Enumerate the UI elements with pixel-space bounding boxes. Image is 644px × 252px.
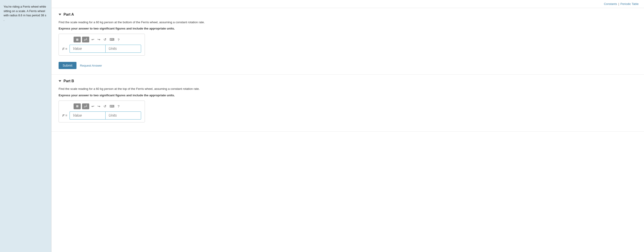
- part-a-instruction: Express your answer to two significant f…: [58, 27, 637, 30]
- part-a-mu-icon: μÅ: [84, 38, 88, 41]
- part-a-input-label: F =: [62, 47, 67, 51]
- part-b-units-input[interactable]: [105, 111, 141, 120]
- part-a-keyboard-icon[interactable]: ⌨: [109, 37, 116, 42]
- part-b-answer-container: ⊞ μÅ ↩ ↪ ↺ ⌨ ? F =: [58, 101, 145, 122]
- part-a-description: Find the scale reading for a 60 kg perso…: [58, 20, 637, 24]
- part-a-undo-icon[interactable]: ↩: [90, 37, 95, 42]
- part-b-header: Part B: [58, 79, 637, 83]
- part-b-instruction: Express your answer to two significant f…: [58, 94, 637, 97]
- part-a-title: Part A: [64, 12, 74, 16]
- part-b-input-row: F =: [62, 111, 141, 120]
- part-b-section: Part B Find the scale reading for a 60 k…: [52, 75, 644, 131]
- part-b-keyboard-icon[interactable]: ⌨: [109, 104, 116, 109]
- part-a-redo-icon[interactable]: ↪: [96, 37, 101, 42]
- part-a-grid-button[interactable]: ⊞: [74, 37, 81, 42]
- problem-description: You're riding a Ferris wheel while sitti…: [4, 5, 46, 21]
- part-a-help-icon[interactable]: ?: [117, 37, 120, 42]
- part-b-mu-icon: μÅ: [84, 105, 88, 108]
- part-a-chevron[interactable]: [58, 14, 61, 15]
- part-b-help-icon[interactable]: ?: [117, 104, 120, 109]
- part-b-grid-icon: ⊞: [76, 105, 78, 108]
- sidebar: You're riding a Ferris wheel while sitti…: [0, 0, 52, 252]
- part-a-refresh-icon[interactable]: ↺: [103, 37, 107, 42]
- part-a-toolbar: ⊞ μÅ ↩ ↪ ↺ ⌨ ?: [62, 37, 141, 42]
- part-b-toolbar: ⊞ μÅ ↩ ↪ ↺ ⌨ ?: [62, 103, 141, 109]
- part-a-answer-container: ⊞ μÅ ↩ ↪ ↺ ⌨ ? F =: [58, 34, 145, 56]
- part-a-submit-button[interactable]: Submit: [58, 62, 76, 69]
- part-b-chevron[interactable]: [58, 80, 61, 82]
- part-b-description: Find the scale reading for a 60 kg perso…: [58, 87, 637, 91]
- part-a-grid-icon: ⊞: [76, 38, 78, 41]
- periodic-table-link[interactable]: Periodic Table: [620, 2, 639, 5]
- part-b-value-input[interactable]: [70, 111, 105, 120]
- part-b-title: Part B: [64, 79, 74, 83]
- part-a-header: Part A: [58, 12, 637, 16]
- part-a-mu-button[interactable]: μÅ: [82, 37, 89, 42]
- constants-link[interactable]: Constants: [604, 2, 617, 5]
- part-b-input-label: F =: [62, 113, 67, 117]
- part-b-undo-icon[interactable]: ↩: [90, 104, 95, 109]
- topbar-separator: |: [618, 2, 619, 5]
- part-a-section: Part A Find the scale reading for a 60 k…: [52, 8, 644, 75]
- part-b-redo-icon[interactable]: ↪: [96, 104, 101, 109]
- part-a-input-row: F =: [62, 45, 141, 53]
- topbar: Constants | Periodic Table: [52, 0, 644, 8]
- part-a-units-input[interactable]: [105, 45, 141, 53]
- main-content: Constants | Periodic Table Part A Find t…: [52, 0, 644, 252]
- part-b-refresh-icon[interactable]: ↺: [103, 104, 107, 109]
- part-b-grid-button[interactable]: ⊞: [74, 103, 81, 109]
- part-b-mu-button[interactable]: μÅ: [82, 103, 89, 109]
- part-a-request-answer-link[interactable]: Request Answer: [80, 64, 102, 67]
- part-a-action-row: Submit Request Answer: [58, 62, 637, 69]
- part-a-value-input[interactable]: [70, 45, 105, 53]
